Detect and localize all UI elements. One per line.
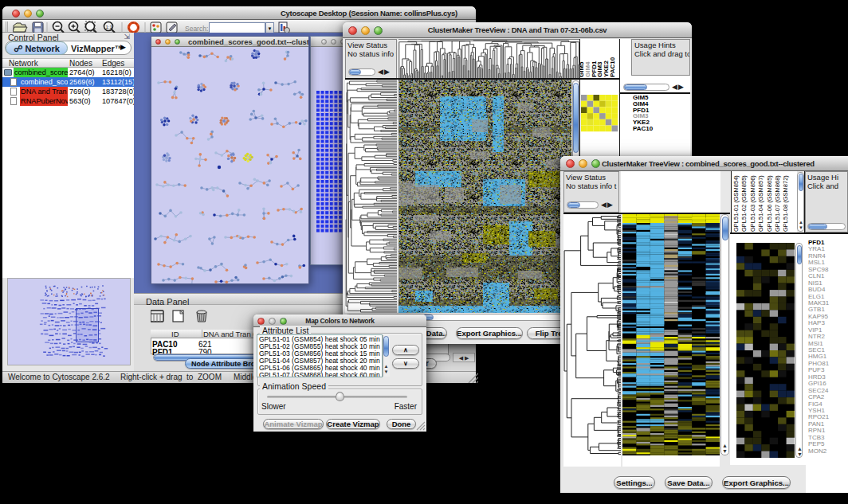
svg-text:GPL51-01 (GSM854): GPL51-01 (GSM854): [732, 175, 740, 232]
svg-text:PAC10: PAC10: [609, 57, 616, 77]
svg-text:GPL51-08 (GSM872): GPL51-08 (GSM872): [782, 175, 789, 232]
svg-text:GPL51-06 (GSM865): GPL51-06 (GSM865): [766, 175, 773, 232]
svg-text:GPL51-03 (GSM856): GPL51-03 (GSM856): [749, 175, 756, 232]
svg-text:GPL51-04 (GSM857): GPL51-04 (GSM857): [757, 175, 764, 232]
svg-text:GPL51-07 (GSM868): GPL51-07 (GSM868): [774, 175, 781, 232]
svg-text:GPL51-02 (GSM855): GPL51-02 (GSM855): [740, 175, 748, 232]
svg-text:1:1: 1:1: [106, 25, 113, 29]
